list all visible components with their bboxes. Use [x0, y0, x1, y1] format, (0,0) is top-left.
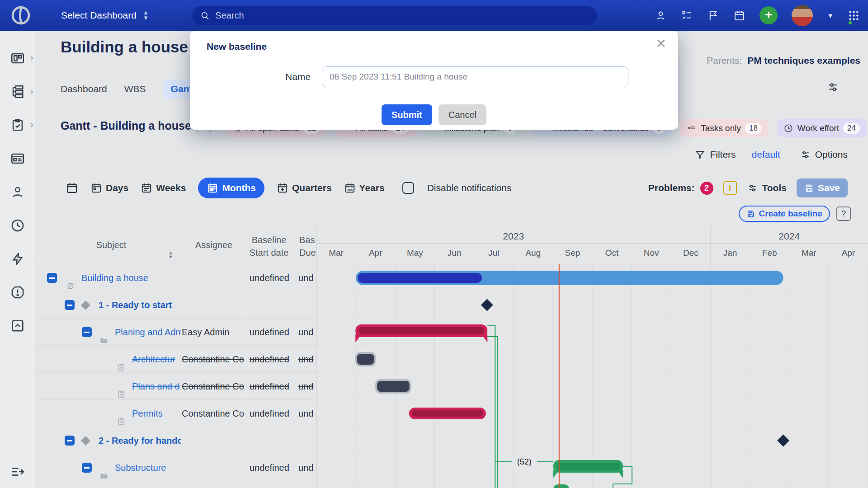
- gantt-bar-plans-and-d[interactable]: [377, 381, 409, 392]
- hierarchy-icon: [10, 84, 25, 99]
- user-icon[interactable]: [655, 9, 667, 22]
- column-baseline-start[interactable]: BaselineStart date: [245, 234, 293, 259]
- baseline-start-cell: undefined: [250, 264, 297, 291]
- problems-indicator[interactable]: Problems: 2: [648, 182, 713, 195]
- tools-label: Tools: [762, 183, 787, 193]
- subject-cell: Planing and Adm: [35, 319, 181, 346]
- zoom-label: Weeks: [156, 183, 186, 193]
- subject-cell: 1 - Ready to start: [35, 291, 181, 319]
- info-icon[interactable]: i: [723, 181, 737, 195]
- gantt-chart[interactable]: (52): [316, 264, 868, 488]
- zoom-weeks-button[interactable]: Weeks: [141, 182, 186, 194]
- gantt-bar-2-ready-for-handover[interactable]: [777, 435, 789, 447]
- tab-wbs[interactable]: WBS: [124, 80, 146, 99]
- gantt-bar-substructure[interactable]: [557, 463, 620, 470]
- gantt-link[interactable]: [487, 337, 497, 488]
- options-button[interactable]: Options: [800, 149, 848, 160]
- flag-icon[interactable]: [707, 9, 719, 22]
- column-baseline-due[interactable]: BasDue: [299, 234, 317, 259]
- select-dashboard[interactable]: Select Dashboard ▲▼: [61, 0, 149, 31]
- subject-link[interactable]: Substructure: [115, 454, 166, 481]
- sidebar-item-clipboard-check[interactable]: ›: [0, 116, 35, 134]
- chevron-right-icon[interactable]: ›: [30, 86, 33, 96]
- apps-grid-icon[interactable]: [848, 9, 860, 22]
- chevron-down-icon[interactable]: ▼: [827, 12, 834, 19]
- clock-icon: [10, 218, 25, 233]
- filters-button[interactable]: Filters: [694, 149, 736, 160]
- clock-icon: [783, 123, 793, 133]
- filter-chip-tasks-only[interactable]: Tasks only18: [680, 119, 769, 137]
- search-input[interactable]: [214, 10, 589, 21]
- chip-count-badge: 24: [843, 123, 860, 134]
- zoom-quarters-button[interactable]: Quarters: [277, 182, 332, 194]
- column-assignee[interactable]: Assignee: [184, 240, 243, 250]
- sidebar-item-box-up[interactable]: [0, 316, 35, 335]
- calendar-picker-icon[interactable]: [66, 182, 78, 194]
- tools-button[interactable]: Tools: [747, 183, 787, 194]
- save-button[interactable]: Save: [797, 178, 848, 197]
- subject-link[interactable]: Permits: [132, 400, 163, 427]
- sidebar-item-alert[interactable]: [0, 283, 35, 301]
- cal-day-icon: [90, 182, 102, 194]
- zoom-days-button[interactable]: Days: [90, 182, 128, 194]
- disable-notifications-checkbox[interactable]: [402, 182, 414, 194]
- chevron-right-icon[interactable]: ›: [30, 52, 33, 63]
- subject-link[interactable]: Building a house: [81, 264, 148, 291]
- sort-icon[interactable]: ▲▼: [168, 251, 173, 259]
- chip-count-badge: 18: [745, 123, 762, 134]
- collapse-toggle[interactable]: [65, 300, 75, 310]
- filters-row: Filters default Options: [694, 148, 848, 161]
- folder-icon: [99, 464, 108, 473]
- sidebar-expand-button[interactable]: [0, 464, 35, 480]
- zoom-months-button[interactable]: Months: [198, 178, 264, 198]
- gantt-link[interactable]: [487, 326, 495, 488]
- tab-dashboard[interactable]: Dashboard: [61, 80, 107, 99]
- gantt-bar-substructure-label[interactable]: (52): [517, 457, 532, 466]
- gantt-bar-planing-and-adm[interactable]: [359, 327, 484, 334]
- gantt-bar-permits[interactable]: [412, 410, 483, 417]
- submit-button[interactable]: Submit: [382, 104, 432, 125]
- sidebar-item-clock[interactable]: [0, 216, 35, 235]
- subject-link[interactable]: Architectur: [132, 346, 175, 373]
- collapse-toggle[interactable]: [65, 436, 75, 446]
- add-button[interactable]: +: [760, 6, 778, 24]
- chevron-right-icon[interactable]: ›: [30, 119, 33, 130]
- column-subject[interactable]: Subject: [80, 240, 142, 250]
- calendar-icon[interactable]: [733, 9, 745, 22]
- help-button[interactable]: ?: [836, 206, 851, 221]
- subject-link[interactable]: 1 - Ready to start: [99, 291, 172, 319]
- collapse-toggle[interactable]: [47, 273, 57, 283]
- baseline-start-cell: undefined: [250, 373, 297, 400]
- gantt-bar-planing-and-adm[interactable]: [355, 334, 361, 343]
- subject-link[interactable]: 2 - Ready for handover: [99, 427, 181, 454]
- subject-link[interactable]: Plans and d: [132, 373, 180, 400]
- project-icon: [66, 274, 75, 283]
- app-logo-icon[interactable]: [9, 4, 33, 27]
- parents-value[interactable]: PM techniques examples: [747, 55, 860, 66]
- gantt-bar-architectur[interactable]: [357, 354, 374, 365]
- subject-link[interactable]: Planing and Adm: [115, 319, 181, 346]
- sidebar-item-bolt[interactable]: [0, 249, 35, 268]
- app-screen: Select Dashboard ▲▼ + ▼: [0, 0, 868, 488]
- baseline-name-input[interactable]: [322, 66, 628, 87]
- sidebar-item-person[interactable]: [0, 183, 35, 201]
- gantt-bar-building-a-house-progress[interactable]: [358, 273, 482, 283]
- gantt-bar-row8[interactable]: [553, 484, 570, 488]
- sidebar-item-dashboard[interactable]: ›: [0, 49, 35, 67]
- collapse-toggle[interactable]: [82, 463, 92, 473]
- close-icon[interactable]: ✕: [656, 36, 666, 51]
- baseline-due-cell: und: [298, 264, 316, 291]
- filter-chip-work-effort[interactable]: Work effort24: [777, 119, 867, 137]
- zoom-years-button[interactable]: 365Years: [344, 182, 385, 194]
- sidebar-item-card[interactable]: [0, 149, 35, 168]
- sidebar-item-hierarchy[interactable]: ›: [0, 82, 35, 101]
- create-baseline-button[interactable]: Create baseline: [739, 206, 830, 222]
- gantt-bar-substructure[interactable]: [553, 470, 559, 478]
- avatar[interactable]: [792, 5, 813, 26]
- gantt-bar-1-ready-to-start[interactable]: [481, 299, 493, 311]
- collapse-toggle[interactable]: [82, 327, 92, 337]
- cancel-button[interactable]: Cancel: [439, 104, 486, 125]
- filter-default-link[interactable]: default: [752, 149, 780, 160]
- tasks-checklist-icon[interactable]: [681, 9, 693, 22]
- page-settings-sliders-icon[interactable]: [826, 80, 840, 94]
